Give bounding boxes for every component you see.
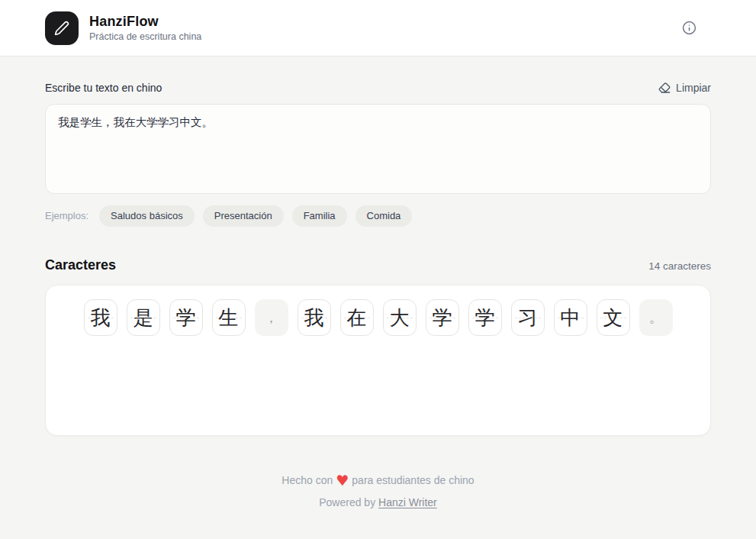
characters-header: Caracteres 14 caracteres — [45, 257, 711, 273]
tile-glyph: 学 — [475, 308, 495, 328]
tile-glyph: 习 — [518, 308, 538, 328]
chinese-text-input[interactable]: 我是学生，我在大学学习中文。 — [45, 104, 711, 194]
eraser-icon — [658, 82, 671, 94]
characters-title: Caracteres — [45, 257, 116, 273]
footer-powered-prefix: Powered by — [319, 496, 375, 508]
app-header: HanziFlow Práctica de escritura china — [0, 0, 756, 56]
footer-powered-line: Powered by Hanzi Writer — [45, 494, 711, 512]
character-tile[interactable]: 中 — [554, 299, 587, 336]
example-chip[interactable]: Familia — [292, 205, 347, 227]
tile-glyph: 学 — [433, 308, 452, 328]
character-tile[interactable]: 学 — [468, 299, 502, 336]
characters-count: 14 caracteres — [648, 260, 711, 272]
page-footer: Hecho con♥para estudiantes de chino Powe… — [45, 468, 711, 512]
character-tile[interactable]: 学 — [169, 299, 203, 336]
heart-icon: ♥ — [336, 472, 349, 489]
main-content: Escribe tu texto en chino Limpiar 我是学生，我… — [0, 56, 756, 512]
brand: HanziFlow Práctica de escritura china — [45, 11, 201, 45]
footer-credit-prefix: Hecho con — [281, 474, 333, 486]
character-tile[interactable]: 学 — [426, 299, 459, 336]
clear-button-label: Limpiar — [676, 82, 711, 94]
tile-glyph: 生 — [219, 308, 239, 328]
character-tile[interactable]: 我 — [84, 299, 117, 336]
tile-glyph: 是 — [134, 308, 153, 328]
tile-glyph: ， — [265, 311, 278, 324]
input-label: Escribe tu texto en chino — [45, 82, 162, 94]
tile-glyph: 我 — [91, 308, 111, 328]
character-tile[interactable]: 文 — [597, 299, 630, 336]
pencil-icon — [54, 21, 69, 36]
characters-card: 我是学生，我在大学学习中文。 — [45, 285, 711, 436]
example-chip[interactable]: Presentación — [203, 205, 284, 227]
app-title: HanziFlow — [89, 14, 201, 30]
example-chip[interactable]: Comida — [355, 205, 413, 227]
tile-glyph: 我 — [304, 308, 324, 328]
footer-credit-line: Hecho con♥para estudiantes de chino — [45, 468, 711, 492]
character-tile[interactable]: 是 — [127, 299, 160, 336]
punctuation-tile: 。 — [639, 299, 673, 336]
examples-label: Ejemplos: — [45, 210, 88, 221]
example-chip[interactable]: Saludos básicos — [99, 205, 195, 227]
footer-credit-suffix: para estudiantes de chino — [352, 474, 474, 486]
info-circle-icon — [682, 21, 696, 35]
clear-button[interactable]: Limpiar — [658, 82, 711, 94]
character-tile[interactable]: 在 — [340, 299, 374, 336]
character-tile[interactable]: 生 — [212, 299, 246, 336]
input-label-row: Escribe tu texto en chino Limpiar — [45, 82, 711, 94]
tile-glyph: 在 — [347, 308, 367, 328]
examples-row: Ejemplos: Saludos básicosPresentaciónFam… — [45, 205, 711, 227]
brand-text: HanziFlow Práctica de escritura china — [89, 14, 201, 42]
punctuation-tile: ， — [255, 299, 288, 336]
character-tile[interactable]: 大 — [383, 299, 417, 336]
tile-glyph: 文 — [603, 308, 623, 328]
app-tagline: Práctica de escritura china — [89, 31, 201, 42]
tile-glyph: 学 — [176, 308, 196, 328]
example-chips: Saludos básicosPresentaciónFamiliaComida — [99, 205, 412, 227]
character-tile[interactable]: 习 — [511, 299, 545, 336]
tile-glyph: 。 — [649, 311, 663, 324]
tile-glyph: 中 — [561, 308, 581, 328]
app-logo — [45, 11, 79, 45]
character-tile[interactable]: 我 — [298, 299, 331, 336]
info-button[interactable] — [680, 19, 698, 37]
hanzi-writer-link[interactable]: Hanzi Writer — [378, 496, 437, 508]
tile-glyph: 大 — [390, 308, 410, 328]
character-tiles: 我是学生，我在大学学习中文。 — [61, 299, 695, 336]
